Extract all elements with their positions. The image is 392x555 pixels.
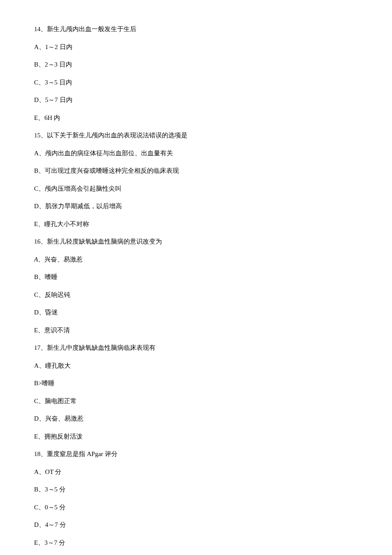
question-option: D、兴奋、易激惹 — [34, 414, 358, 423]
question-option: C、0～5 分 — [34, 503, 358, 512]
question-stem: 17、新生儿中度缺氧缺血性脑病临床表现有 — [34, 343, 358, 352]
question-option: C、反响迟钝 — [34, 291, 358, 299]
question-option: B、可出现过度兴奋或嗜睡这种完全相反的临床表现 — [34, 166, 358, 175]
question-option: E、拥抱反射活泼 — [34, 432, 358, 441]
question-option: D、4～7 分 — [34, 520, 358, 529]
question-stem: 16、新生儿轻度缺氧缺血性脑病的意识改变为 — [34, 237, 358, 246]
question-option: A、兴奋、易激惹 — [34, 255, 358, 264]
option-rest: 、兴奋、易激惹 — [38, 256, 83, 263]
question-option: B、2～3 日内 — [34, 60, 358, 69]
document-body: 14、新生儿颅内出血一般发生于生后A、1～2 日内B、2～3 日内C、3～5 日… — [34, 25, 358, 555]
question-option: B、嗜睡 — [34, 273, 358, 282]
question-option: C、脑电图正常 — [34, 397, 358, 406]
question-option: E、意识不清 — [34, 326, 358, 335]
question-option: B>嗜睡 — [34, 379, 358, 388]
question-stem: 15、以下关于新生儿颅内出血的表现说法错误的选项是 — [34, 131, 358, 140]
question-option: A、1～2 日内 — [34, 43, 358, 52]
question-option: A、瞳孔散大 — [34, 361, 358, 370]
question-option: D、5～7 日内 — [34, 96, 358, 105]
question-option: E、瞳孔大小不对称 — [34, 220, 358, 229]
question-option: C、3～5 日内 — [34, 78, 358, 87]
question-stem: 18、重度窒息是指 APgar 评分 — [34, 450, 358, 459]
question-option: A、颅内出血的病症体征与出血部位、出血量有关 — [34, 149, 358, 158]
question-stem: 14、新生儿颅内出血一般发生于生后 — [34, 25, 358, 34]
question-option: A、OT 分 — [34, 468, 358, 477]
question-option: B、3～5 分 — [34, 485, 358, 494]
question-option: D、肌张力早期减低，以后增高 — [34, 202, 358, 211]
option-prefix: A — [34, 256, 38, 263]
question-option: E、6H 内 — [34, 113, 358, 122]
question-option: D、昏迷 — [34, 308, 358, 317]
question-option: E、3～7 分 — [34, 538, 358, 547]
question-option: C、颅内压增高会引起脑性尖叫 — [34, 184, 358, 193]
